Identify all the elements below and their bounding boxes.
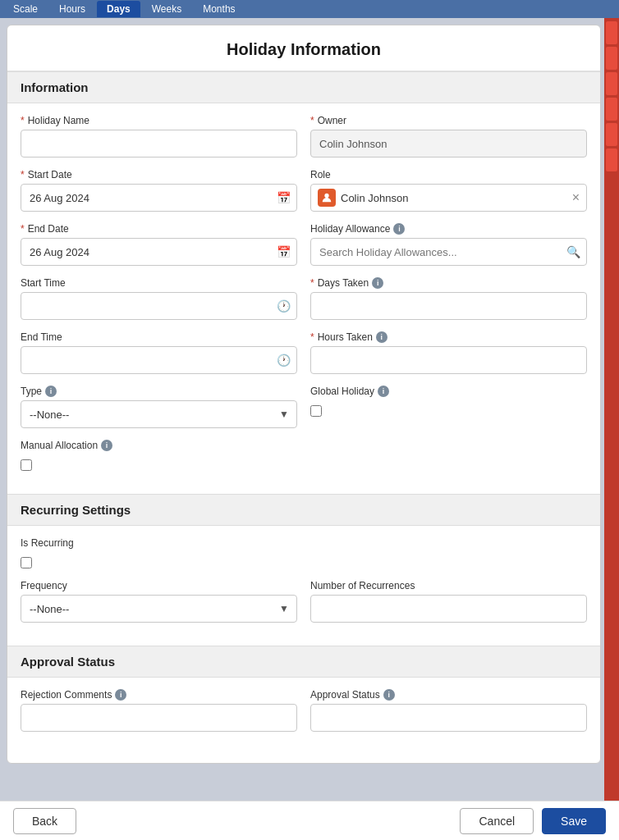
red-sidebar (604, 18, 619, 801)
col-days-taken: * Days Taken i (310, 277, 587, 320)
row-frequency-recurrences: Frequency --None-- ▼ Number of Recurrenc… (21, 580, 587, 623)
row-manual-allocation: Manual Allocation i (21, 440, 587, 471)
role-label: Role (310, 169, 587, 180)
right-buttons-group: Cancel Save (460, 808, 606, 834)
col-holiday-name: * Holiday Name (21, 115, 297, 158)
end-time-input[interactable] (21, 346, 297, 374)
holiday-name-label: * Holiday Name (21, 115, 297, 126)
col-rejection-comments: Rejection Comments i (21, 689, 297, 732)
col-empty-1 (310, 440, 587, 471)
role-name-text: Colin Johnson (341, 192, 567, 204)
owner-required-star: * (310, 115, 314, 126)
col-type: Type i --None-- ▼ (21, 386, 297, 428)
end-time-input-wrapper: 🕐 (21, 346, 297, 374)
holiday-name-required-star: * (21, 115, 25, 126)
section-approval-header: Approval Status (7, 646, 600, 678)
row-is-recurring: Is Recurring (21, 537, 587, 568)
hours-taken-info-icon[interactable]: i (376, 331, 387, 343)
tab-weeks[interactable]: Weeks (142, 1, 191, 17)
rejection-comments-label: Rejection Comments i (21, 689, 297, 701)
number-of-recurrences-input[interactable] (310, 595, 587, 623)
end-date-required-star: * (21, 223, 25, 235)
is-recurring-checkbox-wrapper (21, 557, 297, 568)
col-start-time: Start Time 🕐 (21, 277, 297, 320)
days-taken-info-icon[interactable]: i (372, 277, 383, 289)
holiday-allowance-input[interactable] (310, 238, 587, 266)
type-info-icon[interactable]: i (45, 386, 57, 397)
manual-allocation-info-icon[interactable]: i (101, 440, 112, 451)
row-holiday-name-owner: * Holiday Name * Owner (21, 115, 587, 158)
col-global-holiday: Global Holiday i (310, 386, 587, 428)
tab-days[interactable]: Days (97, 1, 140, 17)
tab-bar: Scale Hours Days Weeks Months (0, 0, 619, 18)
approval-status-input[interactable] (310, 704, 587, 732)
outer-wrapper: Scale Hours Days Weeks Months Holiday In… (0, 0, 619, 840)
row-start-time-days-taken: Start Time 🕐 * Days Taken i (21, 277, 587, 320)
rejection-comments-input[interactable] (21, 704, 297, 732)
tab-hours[interactable]: Hours (49, 1, 95, 17)
end-date-label: * End Date (21, 223, 297, 235)
start-time-input-wrapper: 🕐 (21, 292, 297, 320)
col-empty-2 (310, 537, 587, 568)
tab-months[interactable]: Months (193, 1, 245, 17)
svg-point-0 (324, 194, 328, 198)
end-date-input-wrapper: 📅 (21, 238, 297, 266)
end-date-input[interactable] (21, 238, 297, 266)
sidebar-item-4 (606, 98, 617, 121)
frequency-select[interactable]: --None-- (21, 595, 297, 623)
button-bar: Back Cancel Save (0, 801, 619, 840)
days-taken-required-star: * (310, 277, 314, 289)
manual-allocation-label: Manual Allocation i (21, 440, 297, 451)
type-select[interactable]: --None-- (21, 400, 297, 428)
approval-status-label: Approval Status i (310, 689, 587, 701)
approval-status-info-icon[interactable]: i (383, 689, 395, 701)
hours-taken-label: * Hours Taken i (310, 331, 587, 343)
owner-label: * Owner (310, 115, 587, 126)
hours-taken-input[interactable] (310, 346, 587, 374)
start-date-input[interactable] (21, 184, 297, 212)
frequency-label: Frequency (21, 580, 297, 591)
sidebar-item-5 (606, 123, 617, 146)
role-field[interactable]: Colin Johnson × (310, 184, 587, 212)
days-taken-label: * Days Taken i (310, 277, 587, 289)
manual-allocation-checkbox[interactable] (21, 459, 32, 471)
is-recurring-label: Is Recurring (21, 537, 297, 549)
type-label: Type i (21, 386, 297, 397)
hours-taken-required-star: * (310, 331, 314, 343)
row-end-time-hours-taken: End Time 🕐 * Hours Taken i (21, 331, 587, 374)
col-holiday-allowance: Holiday Allowance i 🔍 (310, 223, 587, 266)
back-button[interactable]: Back (13, 808, 76, 834)
row-type-global: Type i --None-- ▼ Global Holiday i (21, 386, 587, 428)
col-manual-allocation: Manual Allocation i (21, 440, 297, 471)
col-approval-status: Approval Status i (310, 689, 587, 732)
start-time-input[interactable] (21, 292, 297, 320)
rejection-comments-info-icon[interactable]: i (115, 689, 126, 701)
start-date-input-wrapper: 📅 (21, 184, 297, 212)
col-end-time: End Time 🕐 (21, 331, 297, 374)
holiday-name-input[interactable] (21, 130, 297, 158)
information-section-body: * Holiday Name * Owner * (7, 103, 600, 494)
cancel-button[interactable]: Cancel (460, 808, 534, 834)
holiday-allowance-info-icon[interactable]: i (393, 223, 405, 235)
col-start-date: * Start Date 📅 (21, 169, 297, 212)
role-clear-button[interactable]: × (572, 191, 580, 204)
global-holiday-checkbox-wrapper (310, 405, 587, 417)
type-select-wrapper: --None-- ▼ (21, 400, 297, 428)
days-taken-input[interactable] (310, 292, 587, 320)
modal-card: Holiday Information Information * Holida… (7, 25, 601, 764)
global-holiday-checkbox[interactable] (310, 405, 322, 417)
is-recurring-checkbox[interactable] (21, 557, 32, 568)
holiday-allowance-label: Holiday Allowance i (310, 223, 587, 235)
tab-scale[interactable]: Scale (3, 1, 48, 17)
sidebar-item-1 (606, 21, 617, 44)
save-button[interactable]: Save (542, 808, 606, 834)
col-role: Role Colin Johnson × (310, 169, 587, 212)
global-holiday-label: Global Holiday i (310, 386, 587, 397)
holiday-allowance-wrapper: 🔍 (310, 238, 587, 266)
col-owner: * Owner (310, 115, 587, 158)
global-holiday-info-icon[interactable]: i (378, 386, 389, 397)
owner-input (310, 130, 587, 158)
manual-allocation-checkbox-wrapper (21, 459, 297, 471)
sidebar-item-2 (606, 47, 617, 70)
end-time-label: End Time (21, 331, 297, 343)
